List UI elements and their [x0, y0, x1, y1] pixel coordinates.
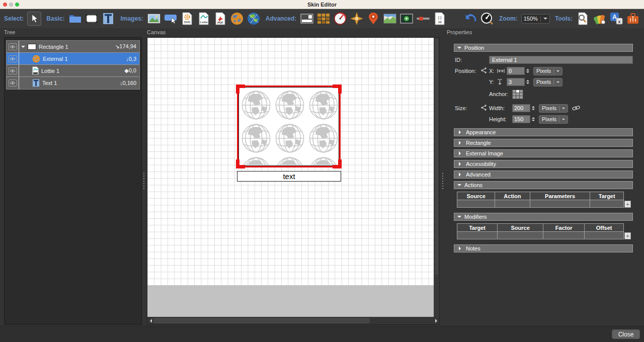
canvas-grid[interactable]: text	[147, 38, 434, 285]
horizontal-scrollbar[interactable]	[147, 317, 439, 324]
add-action-button[interactable]: +	[624, 201, 631, 208]
x-stepper[interactable]	[526, 69, 529, 73]
preview-button[interactable]	[480, 12, 494, 26]
container-tool-button[interactable]	[68, 12, 82, 26]
pdf-tool-button[interactable]: PDF	[213, 12, 227, 26]
y-label: Y:	[489, 79, 497, 85]
anchor-selector[interactable]	[512, 90, 523, 99]
anchor-cell-selected[interactable]	[516, 90, 519, 93]
compass-tool-button[interactable]	[350, 12, 364, 26]
section-accessibility[interactable]: Accessibility	[454, 160, 633, 168]
text-element[interactable]: text	[237, 171, 341, 182]
close-button[interactable]: Close	[612, 329, 640, 339]
empty-action-row[interactable]	[457, 200, 624, 208]
section-advanced[interactable]: Advanced	[454, 170, 633, 179]
cursor-tool-button[interactable]	[27, 12, 41, 26]
timer-tool-button[interactable]	[333, 12, 347, 26]
video-tool-button[interactable]	[399, 12, 414, 26]
y-unit-select[interactable]: Pixels	[533, 78, 562, 87]
vertical-scrollbar-thumb[interactable]	[435, 39, 438, 275]
section-position[interactable]: Position	[454, 44, 633, 52]
visibility-toggle[interactable]	[9, 67, 17, 74]
section-external-image[interactable]: External Image	[454, 149, 633, 157]
undo-button[interactable]	[463, 12, 477, 26]
resize-handle-top-right[interactable]	[333, 84, 342, 94]
translate-button[interactable]: Ax	[609, 12, 623, 26]
anchor-cell[interactable]	[520, 93, 523, 96]
eye-icon	[10, 45, 16, 49]
projection-tool-button[interactable]	[247, 12, 261, 26]
sphere-tool-button[interactable]	[230, 12, 244, 26]
anchor-cell[interactable]	[513, 90, 516, 93]
modifier-link-icon[interactable]	[480, 67, 487, 74]
map-tool-button[interactable]	[383, 12, 397, 26]
scroll-right-arrow[interactable]	[433, 317, 439, 324]
anchor-cell[interactable]	[516, 93, 519, 96]
y-input[interactable]	[507, 78, 525, 86]
link-size-icon[interactable]	[572, 105, 580, 111]
visibility-toggle[interactable]	[9, 43, 17, 50]
section-appearance[interactable]: Appearance	[454, 128, 633, 136]
tree-row-rectangle[interactable]: Rectangle 1 ↘174,94	[7, 41, 139, 53]
horizontal-scrollbar-thumb[interactable]	[153, 318, 370, 323]
progressbar-tool-button[interactable]	[416, 12, 430, 26]
resize-handle-bottom-right[interactable]	[333, 159, 342, 168]
svg-tool-button[interactable]: SVG	[180, 12, 194, 26]
image-tool-button[interactable]	[147, 12, 161, 26]
pin-tool-button[interactable]	[366, 12, 380, 26]
resize-handle-top-left[interactable]	[236, 84, 245, 94]
anchor-cell[interactable]	[520, 96, 523, 99]
zoom-group: Zoom: 150%	[499, 14, 550, 24]
anchor-cell[interactable]	[513, 93, 516, 96]
section-notes[interactable]: Notes	[454, 244, 633, 252]
height-unit-select[interactable]: Pixels	[539, 115, 568, 124]
color-adjust-button[interactable]	[593, 12, 607, 26]
selected-element-external-image[interactable]	[237, 86, 341, 167]
x-unit-select[interactable]: Pixels	[533, 67, 562, 75]
anchor-cell[interactable]	[520, 90, 523, 93]
zoom-select[interactable]: 150%	[521, 14, 550, 24]
width-input[interactable]	[512, 104, 530, 112]
height-stepper[interactable]	[532, 117, 535, 121]
id-field[interactable]	[489, 56, 633, 64]
lottie-tool-button[interactable]: Lottie	[197, 12, 211, 26]
tree-row-lottie[interactable]: Lottie 1 ◆0,0	[7, 65, 139, 77]
section-rectangle[interactable]: Rectangle	[454, 139, 633, 147]
find-button[interactable]	[576, 12, 590, 26]
thumbnail-menu-tool-button[interactable]	[316, 12, 331, 26]
tree-row-text[interactable]: Text 1 ↓0,160	[7, 77, 139, 89]
text-tool-button[interactable]	[101, 12, 115, 26]
anchor-cell[interactable]	[513, 96, 516, 99]
disclosure-triangle[interactable]	[21, 46, 25, 50]
x-input[interactable]	[507, 67, 525, 75]
resize-handle-bottom-left[interactable]	[236, 159, 245, 168]
component-tool-button[interactable]	[300, 12, 314, 26]
y-stepper[interactable]	[526, 80, 529, 84]
toolbar: Select: Basic: Images: SVG Lottie	[0, 9, 644, 28]
empty-modifier-row[interactable]	[457, 232, 624, 239]
globe-image	[240, 156, 272, 165]
add-modifier-button[interactable]: +	[624, 232, 631, 239]
visibility-toggle[interactable]	[9, 55, 17, 62]
width-unit-select[interactable]: Pixels	[539, 104, 568, 113]
height-input[interactable]	[512, 115, 530, 123]
anchor-cell[interactable]	[516, 96, 519, 99]
toolbox-button[interactable]	[626, 12, 640, 26]
rectangle-tool-button[interactable]	[85, 12, 99, 26]
compass-icon	[350, 12, 363, 25]
javascript-tool-button[interactable]: {;}JS	[433, 12, 447, 26]
modifier-link-icon[interactable]	[480, 104, 487, 111]
canvas-properties-splitter[interactable]	[441, 37, 445, 326]
section-modifiers[interactable]: Modifiers	[454, 213, 633, 221]
advanced-label: Advanced:	[266, 15, 296, 22]
vertical-scrollbar[interactable]	[434, 38, 439, 317]
visibility-toggle[interactable]	[9, 79, 17, 87]
section-actions[interactable]: Actions	[454, 181, 633, 189]
width-stepper[interactable]	[532, 106, 535, 110]
button-tool-button[interactable]	[164, 12, 178, 26]
scroll-left-arrow[interactable]	[147, 317, 153, 324]
tree-row-external[interactable]: External 1 ↓0,3	[7, 53, 139, 65]
footer-bar: Close	[0, 326, 644, 342]
tree-canvas-splitter[interactable]	[142, 37, 146, 326]
tree-item-label: Rectangle 1	[39, 44, 68, 50]
